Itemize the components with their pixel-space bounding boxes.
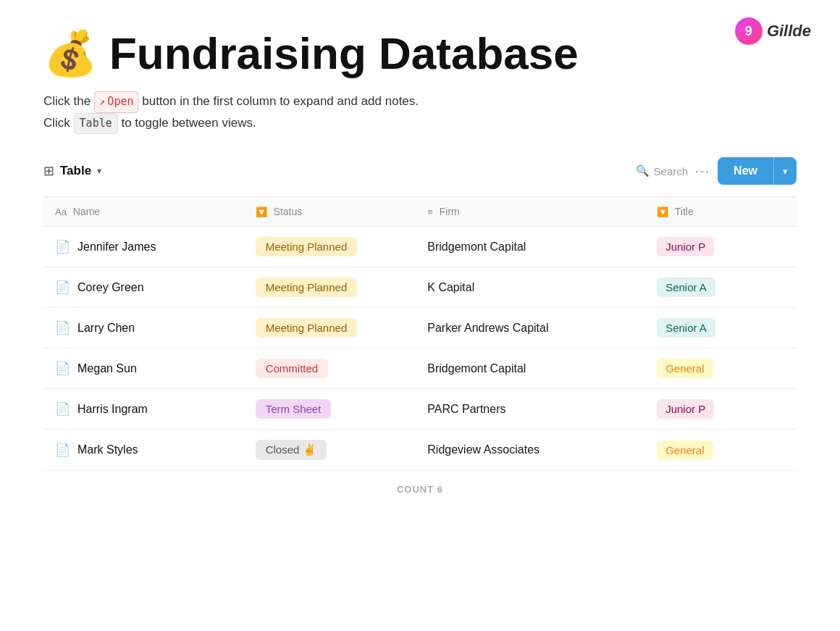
new-btn-group: New ▾ [718,157,797,185]
open-badge: ↗ Open [94,91,139,113]
view-label: Table [60,164,91,178]
data-table: Aa Name 🔽 Status ≡ Firm 🔽 Title [43,196,797,471]
cell-name-1: 📄 Corey Green [43,267,244,308]
row-name: Jennifer James [77,241,156,254]
status-badge[interactable]: Closed ✌️ [256,440,327,460]
row-firm: Bridgemont Capital [427,362,526,375]
cell-status-4: Term Sheet [244,389,416,430]
title-emoji: 💰 [43,30,98,78]
status-badge[interactable]: Meeting Planned [256,277,358,297]
row-name: Corey Green [77,281,144,294]
logo-area: 9 Gillde [735,17,811,45]
cell-firm-4: PARC Partners [416,389,645,430]
title-badge: General [657,359,713,378]
cell-status-2: Meeting Planned [244,308,416,348]
toolbar-left[interactable]: ⊞ Table ▾ [43,163,101,179]
cell-title-4: Junior P [645,389,797,430]
title-badge: General [657,440,713,460]
page-wrapper: 9 Gillde 💰 Fundraising Database Click th… [0,0,840,537]
cell-status-3: Committed [244,348,416,389]
count-label: COUNT [397,484,434,495]
toolbar: ⊞ Table ▾ 🔍 Search ··· New ▾ [43,157,797,185]
status-badge[interactable]: Committed [256,359,329,378]
title-text: Fundraising Database [109,29,579,78]
table-row[interactable]: 📄 Mark Styles Closed ✌️ Ridgeview Associ… [43,430,797,471]
view-chevron-icon: ▾ [97,166,101,176]
cell-title-2: Senior A [645,308,797,348]
status-badge[interactable]: Meeting Planned [256,318,358,338]
firm-col-icon: ≡ [427,206,433,217]
title-badge: Senior A [657,277,715,297]
search-label: Search [654,165,689,177]
cell-status-0: Meeting Planned [244,227,416,267]
table-row[interactable]: 📄 Megan Sun Committed Bridgemont Capital… [43,348,797,389]
table-row[interactable]: 📄 Corey Green Meeting Planned K Capital … [43,267,797,308]
count-number: 6 [437,484,443,495]
cell-firm-1: K Capital [416,267,645,308]
cell-name-3: 📄 Megan Sun [43,348,244,389]
name-col-label: Name [73,206,100,217]
desc-line2: Click Table to toggle between views. [43,113,797,135]
cell-name-4: 📄 Harris Ingram [43,389,244,430]
col-header-name[interactable]: Aa Name [43,197,244,227]
title-col-icon: 🔽 [657,206,668,217]
page-title: 💰 Fundraising Database [43,29,797,78]
new-button[interactable]: New [718,157,774,185]
row-name: Harris Ingram [77,403,148,416]
title-col-label: Title [675,206,694,217]
desc-line1: Click the ↗ Open button in the first col… [43,91,797,113]
row-firm: PARC Partners [427,403,505,415]
row-firm: K Capital [427,281,474,293]
cell-status-1: Meeting Planned [244,267,416,308]
cell-title-5: General [645,430,797,471]
logo-text: Gillde [767,22,811,41]
status-col-label: Status [274,206,303,217]
row-doc-icon: 📄 [55,443,70,458]
table-header-row: Aa Name 🔽 Status ≡ Firm 🔽 Title [43,197,797,227]
row-doc-icon: 📄 [55,239,70,254]
row-firm: Ridgeview Associates [427,443,539,456]
firm-col-label: Firm [440,206,460,217]
row-firm: Bridgemont Capital [427,241,526,253]
search-icon: 🔍 [636,164,650,177]
col-header-status[interactable]: 🔽 Status [244,197,416,227]
row-doc-icon: 📄 [55,361,70,376]
status-badge[interactable]: Term Sheet [256,399,332,419]
table-row[interactable]: 📄 Larry Chen Meeting Planned Parker Andr… [43,308,797,348]
cell-firm-3: Bridgemont Capital [416,348,645,389]
name-col-icon: Aa [55,206,67,217]
table-grid-icon: ⊞ [43,163,54,179]
row-name: Megan Sun [77,362,137,375]
more-options-icon[interactable]: ··· [695,164,710,179]
count-row: COUNT 6 [43,471,797,508]
cell-name-0: 📄 Jennifer James [43,227,244,267]
description: Click the ↗ Open button in the first col… [43,91,797,134]
cell-name-5: 📄 Mark Styles [43,430,244,471]
row-doc-icon: 📄 [55,320,70,335]
cell-title-0: Junior P [645,227,797,267]
row-doc-icon: 📄 [55,401,70,417]
table-row[interactable]: 📄 Jennifer James Meeting Planned Bridgem… [43,227,797,267]
title-badge: Junior P [657,399,714,419]
row-firm: Parker Andrews Capital [427,322,548,334]
title-badge: Junior P [657,237,714,256]
cell-title-3: General [645,348,797,389]
title-badge: Senior A [657,318,715,338]
row-doc-icon: 📄 [55,280,70,295]
cell-firm-5: Ridgeview Associates [416,430,645,471]
row-name: Larry Chen [77,322,135,335]
search-area[interactable]: 🔍 Search [636,164,689,177]
new-chevron-button[interactable]: ▾ [774,157,797,185]
table-badge: Table [74,113,118,135]
cell-firm-2: Parker Andrews Capital [416,308,645,348]
status-col-icon: 🔽 [256,206,267,217]
col-header-firm[interactable]: ≡ Firm [416,197,645,227]
cell-status-5: Closed ✌️ [244,430,416,471]
cell-firm-0: Bridgemont Capital [416,227,645,267]
cell-name-2: 📄 Larry Chen [43,308,244,348]
toolbar-right: 🔍 Search ··· New ▾ [636,157,797,185]
logo-icon: 9 [735,17,763,45]
status-badge[interactable]: Meeting Planned [256,237,358,256]
col-header-title[interactable]: 🔽 Title [645,197,797,227]
table-row[interactable]: 📄 Harris Ingram Term Sheet PARC Partners… [43,389,797,430]
